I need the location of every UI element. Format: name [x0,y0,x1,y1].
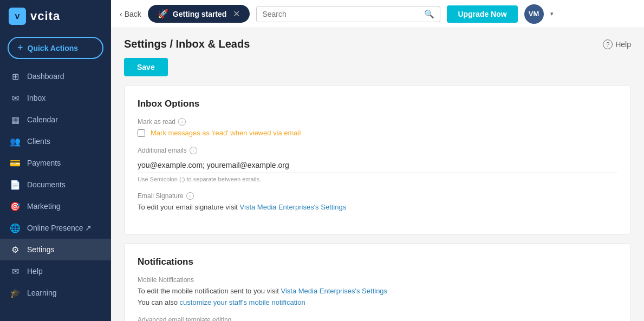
chevron-down-icon[interactable]: ▾ [550,10,554,17]
email-signature-label: Email Signature i [138,192,617,200]
logo-icon: v [9,8,26,25]
sidebar-item-label: Calendar [27,115,58,124]
getting-started-tab[interactable]: 🚀 Getting started ✕ [148,5,250,23]
page-header: Settings / Inbox & Leads ? Help [124,28,631,58]
mobile-notifications-group: Mobile Notifications To edit the mobile … [138,276,617,306]
sidebar-item-calendar[interactable]: ▦ Calendar [0,109,111,130]
email-signature-info-icon[interactable]: i [186,192,194,200]
mark-as-read-label: Mark as read i [138,118,617,126]
getting-started-label: Getting started [173,10,227,18]
mark-as-read-group: Mark as read i Mark messages as 'read' w… [138,118,617,137]
payments-icon: 💳 [10,158,21,168]
topbar: ‹ Back 🚀 Getting started ✕ 🔍 Upgrade Now… [111,0,644,28]
notifications-card: Notifications Mobile Notifications To ed… [124,243,631,321]
clients-icon: 👥 [10,136,21,147]
inbox-options-card: Inbox Options Mark as read i Mark messag… [124,85,631,234]
settings-icon: ⚙ [10,244,21,255]
sidebar-item-learning[interactable]: 🎓 Learning [0,282,111,304]
online-presence-icon: 🌐 [10,222,21,233]
dashboard-icon: ⊞ [10,71,21,82]
email-signature-link[interactable]: Vista Media Enterprises's Settings [240,203,347,211]
additional-emails-label: Additional emails i [138,147,617,154]
sidebar-item-label: Online Presence ↗ [27,224,92,232]
sidebar-item-label: Clients [27,137,50,146]
calendar-icon: ▦ [10,114,21,125]
sidebar: v vcita + Quick Actions ⊞ Dashboard ✉ In… [0,0,111,321]
sidebar-item-label: Inbox [27,94,45,102]
sidebar-item-settings[interactable]: ⚙ Settings [0,239,111,260]
page-title: Settings / Inbox & Leads [124,38,250,50]
sidebar-item-label: Dashboard [27,72,64,81]
upgrade-button[interactable]: Upgrade Now [447,5,517,23]
search-input[interactable] [262,10,421,18]
close-tab-button[interactable]: ✕ [233,9,240,19]
advanced-email-group: Advanced email template editing To edit … [138,316,617,321]
notifications-title: Notifications [138,257,617,267]
rocket-icon: 🚀 [158,9,168,19]
logo-container: v vcita [0,0,111,32]
additional-emails-hint: Use Semicolon (;) to separate between em… [138,176,617,182]
sidebar-nav: ⊞ Dashboard ✉ Inbox ▦ Calendar 👥 Clients… [0,65,111,321]
search-box: 🔍 [256,6,440,22]
help-circle-icon: ? [603,40,613,49]
sidebar-item-label: Documents [27,180,66,189]
sidebar-item-payments[interactable]: 💳 Payments [0,152,111,174]
chevron-left-icon: ‹ [120,10,122,18]
search-icon: 🔍 [424,9,434,19]
sidebar-item-online-presence[interactable]: 🌐 Online Presence ↗ [0,217,111,239]
additional-emails-info-icon[interactable]: i [190,147,197,154]
mark-as-read-checkbox-label: Mark messages as 'read' when viewed via … [151,129,301,137]
sidebar-item-inbox[interactable]: ✉ Inbox [0,87,111,109]
back-button[interactable]: ‹ Back [120,10,141,18]
inbox-options-title: Inbox Options [138,99,617,109]
sidebar-item-label: Help [27,267,43,276]
mobile-notifications-text2: You can also customize your staff's mobi… [138,298,617,306]
email-signature-text: To edit your email signature visit Vista… [138,203,617,211]
help-link[interactable]: ? Help [603,40,631,49]
brand-name: vcita [30,9,60,23]
sidebar-item-label: Settings [27,245,55,254]
sidebar-item-marketing[interactable]: 🎯 Marketing [0,195,111,217]
sidebar-item-label: Marketing [27,202,60,211]
sidebar-item-label: Payments [27,159,61,167]
plus-icon: + [17,42,23,54]
sidebar-item-documents[interactable]: 📄 Documents [0,174,111,195]
documents-icon: 📄 [10,179,21,190]
mark-as-read-row: Mark messages as 'read' when viewed via … [138,129,617,137]
sidebar-item-help[interactable]: ✉ Help [0,260,111,282]
inbox-icon: ✉ [10,93,21,103]
mobile-settings-link[interactable]: Vista Media Enterprises's Settings [281,287,387,295]
page-content: Settings / Inbox & Leads ? Help Save Inb… [111,28,644,321]
marketing-icon: 🎯 [10,201,21,212]
additional-emails-group: Additional emails i Use Semicolon (;) to… [138,147,617,182]
additional-emails-input[interactable] [138,158,617,173]
save-button[interactable]: Save [124,58,168,76]
mark-as-read-checkbox[interactable] [138,129,145,137]
mobile-notifications-label: Mobile Notifications [138,276,617,284]
learning-icon: 🎓 [10,287,21,298]
quick-actions-button[interactable]: + Quick Actions [8,37,103,59]
email-signature-group: Email Signature i To edit your email sig… [138,192,617,211]
advanced-email-label: Advanced email template editing [138,316,617,321]
help-label: Help [615,40,631,49]
sidebar-item-dashboard[interactable]: ⊞ Dashboard [0,65,111,87]
sidebar-item-label: Learning [27,289,57,297]
mobile-notifications-text: To edit the mobile notification sent to … [138,287,617,295]
main-content: ‹ Back 🚀 Getting started ✕ 🔍 Upgrade Now… [111,0,644,321]
mark-as-read-info-icon[interactable]: i [178,118,186,126]
back-label: Back [125,10,141,18]
help-icon: ✉ [10,266,21,277]
sidebar-item-clients[interactable]: 👥 Clients [0,130,111,152]
avatar-button[interactable]: VM [524,4,544,24]
quick-actions-label: Quick Actions [28,44,79,53]
customize-staff-link[interactable]: customize your staff's mobile notificati… [180,298,305,306]
